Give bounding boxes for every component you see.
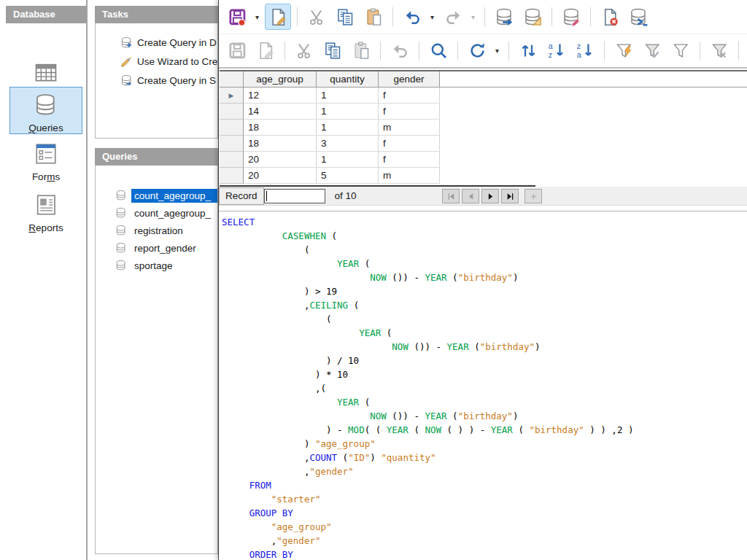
table-cell[interactable]: 1 — [317, 88, 379, 104]
query-list-item[interactable]: sportage — [115, 257, 217, 274]
previous-record-button[interactable] — [462, 189, 479, 203]
sidebar-item-queries[interactable]: Queries — [9, 87, 82, 134]
next-record-button[interactable] — [481, 189, 499, 203]
undo-button[interactable] — [399, 4, 425, 30]
table-row: 201f — [220, 152, 747, 168]
table-cell[interactable]: 1 — [317, 120, 379, 136]
undo-data-button[interactable] — [387, 38, 413, 64]
table-cell[interactable]: 5 — [317, 168, 379, 184]
query-list-item[interactable]: report_gender — [115, 239, 217, 257]
task-item[interactable]: Create Query in S — [120, 71, 217, 90]
toolbar-separator — [392, 7, 393, 26]
row-header-cell[interactable]: ▶ — [220, 88, 244, 104]
table-cell[interactable]: f — [379, 152, 440, 168]
edit-query-button[interactable] — [558, 4, 584, 30]
query-item-label: report_gender — [131, 241, 217, 255]
last-record-button[interactable] — [501, 189, 519, 203]
copy-data-button[interactable] — [320, 38, 346, 64]
paste-data-button[interactable] — [348, 38, 374, 64]
table-cell[interactable]: 1 — [317, 152, 379, 168]
toolbar-separator — [285, 42, 285, 61]
edit-data-toggle[interactable] — [265, 4, 291, 30]
table-cell[interactable]: 20 — [244, 168, 317, 184]
sort-descending-button[interactable]: za — [572, 38, 598, 64]
clear-query-button[interactable] — [597, 4, 623, 30]
sql-code-line: ,"gender" — [222, 464, 747, 478]
table-cell[interactable]: 20 — [244, 152, 317, 168]
find-record-button[interactable] — [425, 38, 452, 64]
cut-button[interactable] — [303, 4, 330, 30]
edit-record-button[interactable] — [252, 38, 279, 64]
row-header-cell[interactable] — [220, 152, 244, 168]
table-cell[interactable]: 18 — [244, 120, 317, 136]
undo-dropdown-icon[interactable]: ▾ — [427, 13, 437, 21]
query-list-item[interactable]: registration — [115, 222, 217, 239]
refresh-dropdown-icon[interactable]: ▾ — [492, 47, 502, 55]
column-header-gender[interactable]: gender — [379, 71, 440, 88]
reset-filter-button[interactable] — [706, 38, 732, 64]
redo-dropdown-icon[interactable]: ▾ — [468, 13, 478, 21]
toolbar-separator — [590, 7, 591, 26]
table-cell[interactable]: m — [379, 120, 440, 136]
table-cell[interactable]: m — [379, 168, 440, 184]
table-cell[interactable]: f — [379, 104, 440, 120]
copy-button[interactable] — [332, 4, 358, 30]
table-cell[interactable]: f — [379, 88, 440, 104]
sidebar-item-label: Reports — [9, 222, 82, 233]
query-list-item[interactable]: count_agegroup_ — [115, 204, 217, 222]
sort-ascending-button[interactable]: az — [543, 38, 570, 64]
grid-corner-cell[interactable] — [220, 71, 244, 88]
query-item-label: count_agegroup_ — [131, 189, 217, 203]
sort-button[interactable] — [515, 38, 541, 64]
column-header-filler — [440, 71, 747, 88]
paste-button[interactable] — [360, 4, 387, 30]
text-caret — [266, 191, 267, 201]
apply-filter-button[interactable] — [639, 38, 665, 64]
table-cell[interactable]: 3 — [317, 136, 379, 152]
svg-text:a: a — [576, 50, 581, 59]
save-button[interactable] — [224, 4, 250, 30]
cut-data-button[interactable] — [291, 38, 317, 64]
sql-code-line: ) * 10 — [222, 368, 747, 381]
table-cell[interactable]: 18 — [244, 136, 317, 152]
sql-editor[interactable]: SELECT CASEWHEN ( ( YEAR ( NOW ()) - YEA… — [219, 211, 747, 560]
pane-splitter[interactable] — [86, 0, 88, 560]
record-label: Record — [219, 187, 264, 205]
sql-code-line: GROUP BY — [222, 506, 747, 520]
tasks-panel-header: Tasks — [95, 6, 218, 23]
query-list-item[interactable]: count_agegroup_ — [115, 187, 217, 204]
sql-view-button[interactable] — [625, 4, 651, 30]
column-header-quantity[interactable]: quantity — [317, 71, 379, 88]
autofilter-button[interactable] — [611, 38, 637, 64]
sql-code-line: ,"gender" — [222, 534, 747, 548]
new-record-button[interactable] — [525, 189, 542, 203]
row-header-cell[interactable] — [220, 168, 244, 184]
task-item-label: Create Query in D — [137, 37, 217, 48]
form-icon — [34, 141, 58, 166]
row-header-cell[interactable] — [220, 120, 244, 136]
refresh-button[interactable] — [464, 38, 490, 64]
sidebar-item-forms[interactable]: Forms — [9, 136, 82, 182]
row-header-cell[interactable] — [220, 104, 244, 120]
column-header-age-group[interactable]: age_group — [244, 71, 317, 88]
table-cell[interactable]: 1 — [317, 104, 379, 120]
task-item[interactable]: Create Query in D — [120, 33, 217, 52]
redo-button[interactable] — [440, 4, 466, 30]
row-header-cell[interactable] — [220, 136, 244, 152]
table-cell[interactable]: 14 — [244, 104, 317, 120]
run-query-button[interactable] — [491, 4, 517, 30]
sql-code-line: ) - MOD( ( YEAR ( NOW ( ) ) - YEAR ( "bi… — [222, 423, 747, 437]
sql-code-line: ) / 10 — [222, 354, 747, 368]
sidebar-item-reports[interactable]: Reports — [9, 187, 82, 233]
save-record-button[interactable] — [224, 38, 250, 64]
table-row: 141f — [220, 104, 747, 120]
sql-code-line: ,COUNT ("ID") "quantity" — [222, 451, 747, 464]
table-cell[interactable]: 12 — [244, 88, 317, 104]
design-view-button[interactable] — [519, 4, 546, 30]
save-dropdown-icon[interactable]: ▾ — [252, 13, 262, 21]
standard-filter-button[interactable] — [667, 38, 694, 64]
task-item[interactable]: Use Wizard to Cre — [120, 52, 217, 71]
first-record-button[interactable] — [442, 189, 460, 203]
table-cell[interactable]: f — [379, 136, 440, 152]
record-number-input[interactable] — [264, 189, 325, 203]
